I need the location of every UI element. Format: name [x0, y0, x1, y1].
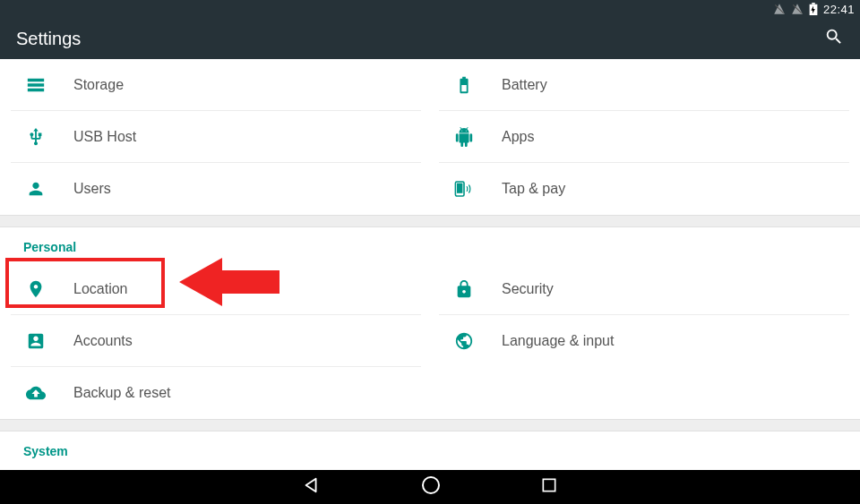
settings-item-storage[interactable]: Storage: [11, 59, 421, 111]
settings-group-personal: Location Accounts Backup & reset Secu: [0, 263, 860, 419]
settings-item-label: Battery: [502, 77, 547, 93]
settings-item-apps[interactable]: Apps: [439, 111, 849, 163]
battery-icon: [452, 75, 477, 95]
nav-home-button[interactable]: [420, 474, 442, 500]
settings-item-label: Apps: [502, 129, 534, 145]
section-header-personal: Personal: [11, 227, 849, 263]
cloud-upload-icon: [23, 383, 48, 403]
nav-back-button[interactable]: [302, 475, 322, 499]
globe-icon: [452, 331, 477, 351]
settings-item-backup-reset[interactable]: Backup & reset: [11, 367, 421, 419]
section-divider: [0, 419, 860, 431]
settings-item-label: USB Host: [73, 129, 136, 145]
battery-charging-icon: [809, 3, 818, 15]
settings-item-battery[interactable]: Battery: [439, 59, 849, 111]
android-icon: [452, 127, 477, 147]
settings-item-tap-pay[interactable]: Tap & pay: [439, 163, 849, 215]
settings-item-security[interactable]: Security: [439, 263, 849, 315]
usb-icon: [23, 127, 48, 147]
triangle-back-icon: [302, 475, 322, 495]
settings-item-label: Backup & reset: [73, 385, 171, 401]
navigation-bar: [0, 470, 860, 504]
svg-point-5: [423, 477, 439, 493]
settings-item-label: Security: [502, 281, 554, 297]
settings-item-label: Storage: [73, 77, 124, 93]
search-icon: [824, 27, 844, 47]
search-button[interactable]: [824, 27, 844, 50]
lock-icon: [452, 279, 477, 299]
settings-item-accounts[interactable]: Accounts: [11, 315, 421, 367]
settings-item-label: Location: [73, 281, 128, 297]
square-recent-icon: [540, 476, 558, 494]
section-header-system: System: [11, 431, 849, 467]
settings-item-users[interactable]: Users: [11, 163, 421, 215]
settings-content: Storage USB Host Users Battery: [0, 59, 860, 470]
svg-rect-6: [543, 479, 555, 491]
settings-item-label: Accounts: [73, 333, 133, 349]
storage-icon: [23, 75, 48, 95]
svg-rect-3: [457, 184, 462, 193]
signal-icon-1: [773, 3, 786, 15]
signal-icon-2: [791, 3, 804, 15]
account-box-icon: [23, 331, 48, 351]
status-bar: 22:41: [0, 0, 860, 18]
page-title: Settings: [16, 29, 81, 49]
user-icon: [23, 179, 48, 199]
status-clock: 22:41: [823, 3, 855, 16]
settings-item-location[interactable]: Location: [11, 263, 421, 315]
app-bar: Settings: [0, 18, 860, 59]
section-divider: [0, 215, 860, 227]
settings-item-usb-host[interactable]: USB Host: [11, 111, 421, 163]
circle-home-icon: [420, 474, 442, 496]
tap-pay-icon: [452, 179, 477, 199]
settings-item-language-input[interactable]: Language & input: [439, 315, 849, 367]
settings-group-device: Storage USB Host Users Battery: [0, 59, 860, 215]
settings-item-label: Tap & pay: [502, 181, 565, 197]
settings-item-label: Users: [73, 181, 111, 197]
nav-recent-button[interactable]: [540, 476, 558, 498]
settings-item-label: Language & input: [502, 333, 614, 349]
svg-rect-1: [812, 3, 815, 4]
location-icon: [23, 279, 48, 299]
